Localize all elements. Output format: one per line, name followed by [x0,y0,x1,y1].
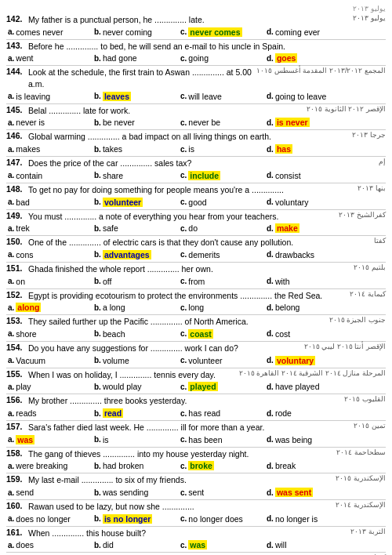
option-item: a.comes never [6,27,93,37]
options-row: a.onb.offc.fromd.with [6,277,386,286]
option-item: d.voluntary [265,356,351,365]
option-letter: c. [180,462,187,470]
option-item: b.had broken [93,461,179,470]
option-letter: c. [180,277,187,285]
option-text: never comes [188,27,241,37]
option-text: is leaving [16,92,50,101]
question-row: 152.Egypt is providing ecotourism to pro… [6,290,386,302]
option-text: Vacuum [16,356,45,365]
question-number: 160. [6,501,28,510]
question-row: 151.Ghada finished the whole report ....… [6,263,386,275]
question-block: 146.Global warming .............. a bad … [6,131,386,157]
side-label: كيماية ٢٠١٤ [331,290,386,298]
side-label: إم [331,158,386,165]
question-row: 148.To get no pay for doing something fo… [6,184,386,196]
option-text: never coming [103,27,152,37]
option-letter: d. [267,303,274,312]
option-item: b.share [93,171,179,180]
question-text: Before he .............. to bed, he will… [28,41,331,53]
option-item: d.was sent [265,488,351,497]
question-text: Does the price of the car ..............… [28,158,331,169]
question-row: 150.One of the .............. of electri… [6,237,386,248]
side-label: المجمع ٢٠١٣/٢٠١٢ المقدمة أغسطس ١٠١٥ [253,67,386,74]
option-letter: a. [8,27,14,36]
question-row: 155.When I was on holiday, I ...........… [6,369,386,381]
option-letter: d. [267,145,274,154]
option-text: advantages [103,250,151,259]
question-block: 152.Egypt is providing ecotourism to pro… [6,290,386,316]
option-text: voluntary [275,198,309,207]
option-item: b.a long [93,303,179,312]
option-text: demerits [188,250,220,259]
option-item: c.from [179,277,265,286]
option-item: c.coast [179,329,265,339]
option-item: a.does [6,540,93,550]
option-letter: a. [8,409,14,418]
option-letter: c. [180,329,187,338]
question-row: 157.Sara's father died last week. He ...… [6,422,386,433]
question-block: 161.When .............. this house built… [6,528,386,553]
option-letter: a. [8,250,14,259]
option-item: c.no longer does [179,514,265,524]
question-block: 151.Ghada finished the whole report ....… [6,263,386,289]
option-text: does no longer [16,514,70,524]
option-letter: b. [94,27,101,36]
option-item: b.was sending [93,488,179,497]
option-letter: a. [8,488,14,497]
option-item: c.long [179,303,265,312]
question-text: When .............. this house built? [28,528,331,539]
option-text: has read [188,408,220,418]
option-item: d.is never [265,118,351,127]
options-row: a.makesb.takesc.isd.has [6,144,386,154]
option-text: read [103,408,123,418]
option-letter: b. [94,488,101,497]
side-label: سطحاحمة ٢٠١٤ [331,448,386,456]
option-item: d.break [265,461,351,470]
option-letter: d. [267,250,274,259]
option-item: d.goes [265,53,351,63]
option-item: d.going to leave [265,92,351,101]
option-letter: c. [180,356,187,365]
options-row: a.shoreb.beachc.coastd.cost [6,329,386,339]
option-item: b.off [93,277,179,286]
option-item: a.trek [6,223,93,233]
side-label: يوليو ٢٠١٣ [331,14,386,22]
option-item: a.makes [6,144,93,154]
option-letter: a. [8,118,14,127]
option-text: on [16,277,25,286]
option-text: coming ever [275,27,320,37]
question-number: 146. [6,131,28,140]
options-row: a.badb.volunteerc.goodd.voluntary [6,198,386,207]
question-block: 160.Rawan used to be lazy, but now she .… [6,501,386,527]
option-text: trek [16,223,30,233]
question-block: 143.Before he .............. to bed, he … [6,41,386,67]
option-text: never is [16,118,45,127]
option-letter: c. [180,145,187,154]
question-block: 148.To get no pay for doing something fo… [6,184,386,210]
option-text: do [188,223,198,233]
option-item: c.played [179,382,265,391]
question-number: 161. [6,528,28,537]
side-label: كفتا [331,237,386,245]
option-item: d.voluntary [265,198,351,207]
questions-container: 142.My father is a punctual person, he .… [6,14,386,555]
option-text: share [103,171,123,180]
option-item: d.have played [265,382,351,391]
question-row: 143.Before he .............. to bed, he … [6,41,386,53]
option-text: along [16,303,41,312]
option-letter: a. [8,435,14,444]
option-letter: b. [94,462,101,470]
option-item: a.were breaking [6,461,93,470]
option-item: d.coming ever [265,27,351,37]
option-item: d.no longer is [265,514,351,524]
option-letter: d. [267,435,274,444]
question-block: 158.The gang of thieves .............. i… [6,448,386,474]
option-letter: a. [8,383,14,391]
option-text: broke [188,461,214,470]
option-item: c.going [179,53,265,63]
option-text: from [188,277,205,286]
option-text: played [188,382,217,391]
question-number: 150. [6,237,28,246]
option-letter: c. [180,435,187,444]
option-letter: d. [267,541,274,550]
